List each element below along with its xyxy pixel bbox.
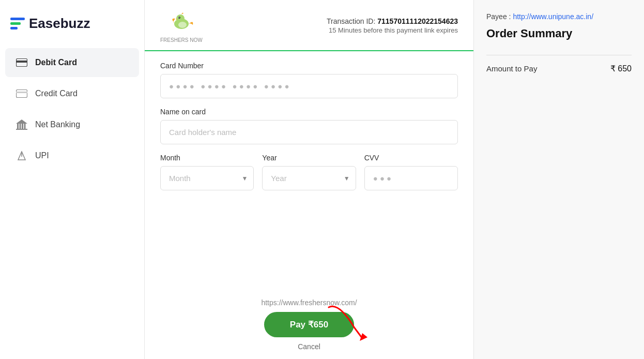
freshers-now-logo [161,8,202,39]
center-content: FRESHERS NOW Transaction ID: 71157011112… [145,0,473,359]
name-on-card-input[interactable] [160,120,458,144]
sidebar-item-upi[interactable]: UPI [5,141,139,170]
amount-value: ₹ 650 [610,64,632,73]
credit-card-icon [16,87,28,100]
right-panel: Payee : http://www.unipune.ac.in/ Order … [473,0,644,359]
card-number-input[interactable] [160,74,458,98]
card-number-group: Card Number [160,62,458,98]
month-label: Month [160,154,254,162]
amount-row: Amount to Pay ₹ 650 [486,64,632,73]
svg-rect-3 [16,92,27,93]
merchant-name: FRESHERS NOW [160,37,203,43]
logo-text: Easebuzz [29,16,90,32]
cvv-input[interactable] [364,166,458,190]
transaction-info: Transaction ID: 71157011112022154623 15 … [327,17,458,34]
merchant-header: FRESHERS NOW Transaction ID: 71157011112… [145,0,473,51]
month-select-wrapper: Month 01 - January 02 - February 03 - Ma… [160,166,254,190]
svg-marker-9 [16,119,27,124]
payee-info: Payee : http://www.unipune.ac.in/ [486,12,632,21]
name-on-card-label: Name on card [160,108,458,116]
sidebar: Easebuzz Debit Card Credit Card [0,0,145,359]
svg-point-13 [176,14,185,23]
sidebar-item-credit-card[interactable]: Credit Card [5,79,139,108]
order-summary-title: Order Summary [486,27,632,47]
pay-row: Pay ₹650 [264,312,354,337]
upi-icon [16,149,28,162]
payee-url-link[interactable]: http://www.unipune.ac.in/ [513,12,593,21]
main-layout: Easebuzz Debit Card Credit Card [0,0,644,359]
sidebar-item-net-banking[interactable]: Net Banking [5,110,139,139]
sidebar-label-credit-card: Credit Card [35,89,78,98]
sidebar-item-debit-card[interactable]: Debit Card [5,48,139,77]
year-label: Year [262,154,356,162]
transaction-id: Transaction ID: 71157011112022154623 [327,17,458,25]
expiry-cvv-row: Month Month 01 - January 02 - February 0… [160,154,458,200]
amount-label: Amount to Pay [486,64,537,73]
svg-rect-1 [16,61,27,63]
svg-rect-8 [24,124,26,129]
svg-point-16 [178,22,187,28]
name-on-card-group: Name on card [160,108,458,144]
sidebar-label-debit-card: Debit Card [35,58,77,67]
svg-rect-6 [20,124,21,129]
net-banking-icon [16,118,28,131]
month-group: Month Month 01 - January 02 - February 0… [160,154,254,190]
svg-rect-2 [17,90,27,98]
debit-card-icon [16,56,28,69]
logo-icon [10,18,25,29]
sidebar-label-upi: UPI [35,151,49,160]
cancel-link[interactable]: Cancel [298,342,320,351]
arrow-annotation [324,302,370,343]
payee-label-text: Payee : [486,12,513,21]
cvv-group: CVV [364,154,458,190]
sidebar-label-net-banking: Net Banking [35,120,80,129]
cvv-label: CVV [364,154,458,162]
svg-rect-4 [16,129,27,130]
year-select-wrapper: Year 2024 2025 2026 2027 2028 2029 2030 … [262,166,356,190]
expire-text: 15 Minutes before this payment link expi… [327,26,458,34]
card-number-label: Card Number [160,62,458,70]
footer-area: https://www.freshersnow.com/ Pay ₹650 Ca… [145,288,473,359]
transaction-id-value: 71157011112022154623 [377,17,458,25]
year-select[interactable]: Year 2024 2025 2026 2027 2028 2029 2030 [262,166,356,190]
merchant-logo: FRESHERS NOW [160,8,203,43]
logo-area: Easebuzz [0,10,144,47]
form-area: Card Number Name on card Month Month 01 … [145,51,473,288]
year-group: Year Year 2024 2025 2026 2027 2028 2029 … [262,154,356,190]
svg-rect-5 [17,124,19,129]
month-select[interactable]: Month 01 - January 02 - February 03 - Ma… [160,166,254,190]
svg-rect-7 [22,124,23,129]
order-divider [486,55,632,55]
svg-point-15 [179,17,180,18]
